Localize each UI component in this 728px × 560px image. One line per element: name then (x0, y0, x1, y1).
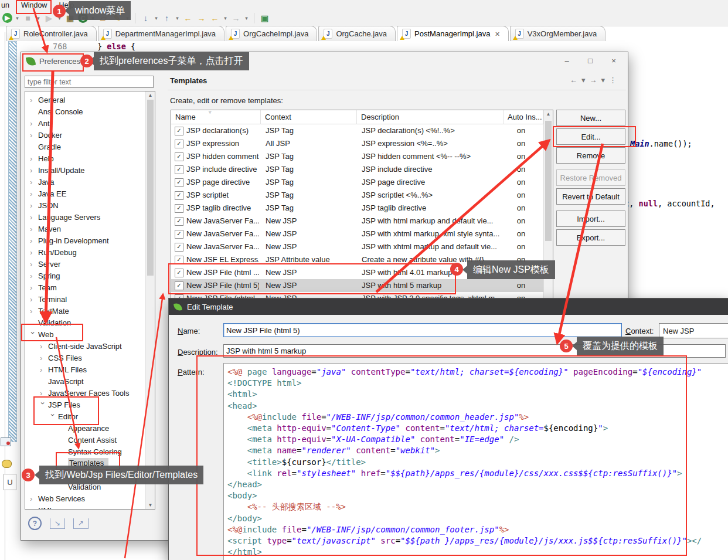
chevron-collapsed-icon[interactable]: › (30, 295, 36, 304)
tree-item-javaserver-faces-tools[interactable]: ›JavaServer Faces Tools (25, 387, 155, 399)
revert-to-default-button[interactable]: Revert to Default (556, 188, 625, 205)
tree-item-maven[interactable]: ›Maven (25, 223, 155, 235)
table-row-jsp-expression[interactable]: ✓JSP expressionAll JSPJSP expression <%=… (171, 137, 543, 150)
tree-item-terminal[interactable]: ›Terminal (25, 293, 155, 305)
row-checkbox[interactable]: ✓ (175, 230, 183, 239)
row-checkbox[interactable]: ✓ (175, 243, 183, 252)
tab-close-icon[interactable]: × (495, 29, 499, 39)
chevron-collapsed-icon[interactable]: › (30, 154, 36, 163)
history-forward-icon[interactable]: → (590, 76, 597, 84)
chevron-collapsed-icon[interactable]: › (30, 506, 36, 510)
dropdown-caret-icon[interactable]: ▾ (223, 15, 228, 21)
dropdown-caret-icon[interactable]: ▾ (175, 15, 180, 21)
row-checkbox[interactable]: ✓ (175, 152, 183, 161)
tree-item-javascript[interactable]: ›JavaScript (25, 375, 155, 387)
edit-button[interactable]: Edit... (556, 128, 625, 145)
editor-overview-ruler[interactable] (8, 41, 17, 442)
history-forward-caret-icon[interactable]: ▾ (601, 76, 605, 84)
chevron-collapsed-icon[interactable]: › (30, 189, 36, 198)
dropdown-caret-icon[interactable]: ▾ (154, 15, 159, 21)
chevron-collapsed-icon[interactable]: › (30, 271, 36, 280)
table-row-new-jsp-file-html-5[interactable]: ✓New JSP File (html 5)New JSPJSP with ht… (171, 279, 543, 292)
chevron-collapsed-icon[interactable]: › (30, 236, 36, 245)
chevron-collapsed-icon[interactable]: › (30, 248, 36, 257)
maximize-button[interactable]: □ (579, 53, 602, 67)
export-preferences-icon[interactable]: ↗ (73, 518, 89, 529)
tree-item-textmate[interactable]: ›TextMate (25, 305, 155, 317)
view-menu-icon[interactable]: ⋮ (609, 76, 617, 84)
dropdown-caret-icon[interactable]: ▾ (15, 15, 20, 21)
tree-item-xml[interactable]: ›XML (25, 504, 155, 510)
datasource-view-icon[interactable] (2, 460, 12, 468)
history-back-caret-icon[interactable]: ▾ (581, 76, 586, 84)
row-checkbox[interactable]: ✓ (175, 127, 183, 135)
chevron-collapsed-icon[interactable]: › (30, 283, 36, 292)
tree-item-html-files[interactable]: ›HTML Files (25, 364, 155, 375)
chevron-expanded-icon[interactable]: › (49, 413, 57, 419)
chevron-collapsed-icon[interactable]: › (30, 225, 36, 233)
tree-item-docker[interactable]: ›Docker (25, 129, 155, 141)
remove-button[interactable]: Remove (556, 147, 625, 164)
editor-tab-departmentmanagerimpl-java[interactable]: JDepartmentManagerImpl.java (98, 26, 224, 41)
row-checkbox[interactable]: ✓ (175, 140, 183, 148)
import-button[interactable]: Import... (556, 211, 625, 227)
import-preferences-icon[interactable]: ↘ (50, 518, 65, 529)
forward-annotation-icon[interactable]: → (196, 12, 207, 23)
chevron-collapsed-icon[interactable]: › (30, 494, 36, 503)
tree-item-jsp-files[interactable]: ›JSP Files (25, 399, 155, 410)
chevron-collapsed-icon[interactable]: › (30, 260, 36, 269)
tree-item-java[interactable]: ›Java (25, 176, 155, 188)
tree-item-web-services[interactable]: ›Web Services (25, 493, 155, 504)
tree-item-run-debug[interactable]: ›Run/Debug (25, 246, 155, 258)
table-row-jsp-scriptlet[interactable]: ✓JSP scriptletJSP TagJSP scriptlet <%..%… (171, 189, 543, 202)
menu-item-window[interactable]: Window (21, 1, 47, 9)
tree-item-appearance[interactable]: ›Appearance (25, 422, 155, 434)
column-header-context[interactable]: Context (261, 110, 357, 124)
console-view-icon[interactable] (1, 437, 11, 446)
chevron-collapsed-icon[interactable]: › (40, 365, 46, 374)
tree-item-install-update[interactable]: ›Install/Update (25, 164, 155, 176)
stop-icon[interactable]: ■ (22, 12, 33, 23)
scrollbar-thumb[interactable] (545, 121, 552, 241)
history-back-icon[interactable]: ← (570, 76, 577, 84)
table-row-new-javaserver-fa[interactable]: ✓New JavaServer Fa...New JSPJSP with xht… (171, 228, 543, 240)
chevron-collapsed-icon[interactable]: › (40, 389, 46, 398)
tree-item-syntax-coloring[interactable]: ›Syntax Coloring (25, 446, 155, 457)
row-checkbox[interactable]: ✓ (175, 204, 183, 213)
table-row-jsp-hidden-comment[interactable]: ✓JSP hidden commentJSP TagJSP hidden com… (171, 150, 543, 163)
table-row-new-javaserver-fa[interactable]: ✓New JavaServer Fa...New JSPJSP with xht… (171, 240, 543, 253)
checkin-icon[interactable]: ↓ (140, 12, 151, 23)
tree-item-general[interactable]: ›General (25, 94, 155, 106)
back-annotation-icon[interactable]: ← (182, 12, 193, 23)
name-input[interactable] (223, 323, 622, 337)
chevron-collapsed-icon[interactable]: › (30, 178, 36, 186)
tree-item-server[interactable]: ›Server (25, 258, 155, 270)
tree-item-java-ee[interactable]: ›Java EE (25, 188, 155, 199)
tree-item-gradle[interactable]: ›Gradle (25, 141, 155, 152)
table-row-jsp-declaration-s[interactable]: ✓JSP declaration(s)JSP TagJSP declaratio… (171, 124, 543, 137)
close-button[interactable]: × (602, 53, 625, 67)
tree-item-plug-in-development[interactable]: ›Plug-in Development (25, 235, 155, 246)
tree-item-web[interactable]: ›Web (25, 328, 155, 340)
chevron-collapsed-icon[interactable]: › (40, 354, 46, 362)
menu-item-un[interactable]: un (1, 1, 9, 9)
table-row-jsp-taglib-directive[interactable]: ✓JSP taglib directiveJSP TagJSP taglib d… (171, 202, 543, 215)
chevron-collapsed-icon[interactable]: › (30, 307, 36, 315)
row-checkbox[interactable]: ✓ (175, 191, 183, 200)
editor-tab-rolecontroller-java[interactable]: JRoleController.java (6, 26, 97, 41)
update-icon[interactable]: ↑ (161, 12, 172, 23)
row-checkbox[interactable]: ✓ (175, 256, 183, 264)
chevron-collapsed-icon[interactable]: › (30, 119, 36, 128)
chevron-expanded-icon[interactable]: › (29, 331, 38, 337)
export-button[interactable]: Export... (556, 229, 625, 246)
chevron-collapsed-icon[interactable]: › (30, 201, 36, 210)
row-checkbox[interactable]: ✓ (175, 281, 183, 290)
chevron-collapsed-icon[interactable]: › (30, 96, 36, 104)
minimize-button[interactable]: – (555, 53, 579, 67)
tree-item-editor[interactable]: ›Editor (25, 410, 155, 422)
column-header-description[interactable]: Description (357, 110, 504, 124)
context-dropdown[interactable]: New JSP ▾ (659, 323, 728, 338)
chevron-expanded-icon[interactable]: › (39, 402, 47, 408)
tree-item-spring[interactable]: ›Spring (25, 270, 155, 281)
dropdown-caret-icon[interactable]: ▾ (244, 15, 249, 21)
